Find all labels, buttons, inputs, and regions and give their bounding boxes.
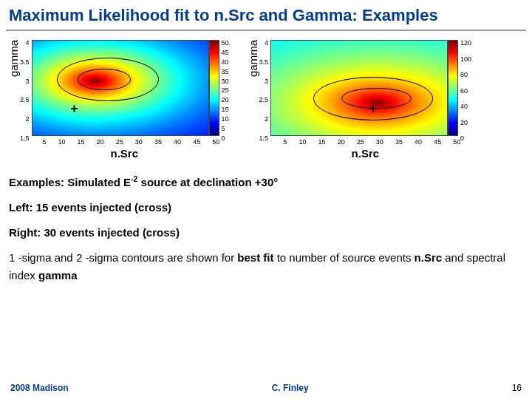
- left-xlabel: n.Src: [111, 147, 139, 160]
- left-xticks: 5101520253035404550: [42, 136, 219, 146]
- footer: 2008 Madison C. Finley 16: [0, 383, 532, 393]
- desc-contours: 1 -sigma and 2 -sigma contours are shown…: [9, 249, 523, 284]
- body-text: Examples: Simulated E-2 source at declin…: [0, 163, 532, 284]
- footer-venue: 2008 Madison: [10, 383, 69, 393]
- left-heatmap: +: [32, 40, 209, 136]
- footer-page: 16: [512, 383, 522, 393]
- right-colorbar: [448, 40, 458, 136]
- right-heatmap: +: [270, 40, 448, 136]
- left-ylabel: gamma: [6, 40, 20, 95]
- charts-container: gamma 43.532.521.5 + 5045403530252015105…: [0, 31, 532, 163]
- left-colorbar: [209, 40, 219, 136]
- page-title: Maximum Likelihood fit to n.Src and Gamm…: [0, 0, 532, 30]
- left-cticks: 50454035302520151050: [219, 40, 229, 136]
- desc-right: Right: 30 events injected (cross): [9, 224, 523, 242]
- right-xticks: 5101520253035404550: [283, 136, 460, 146]
- right-panel: gamma 43.532.521.5 + 120100806040200 510…: [245, 40, 472, 160]
- desc-left: Left: 15 events injected (cross): [9, 199, 523, 216]
- footer-author: C. Finley: [272, 383, 309, 393]
- left-yticks: 43.532.521.5: [20, 40, 32, 136]
- left-contour-1sigma: [78, 69, 130, 89]
- right-yticks: 43.532.521.5: [259, 40, 271, 136]
- right-xlabel: n.Src: [352, 147, 380, 160]
- right-ylabel: gamma: [245, 40, 259, 95]
- left-panel: gamma 43.532.521.5 + 5045403530252015105…: [6, 40, 229, 160]
- right-cticks: 120100806040200: [458, 40, 471, 136]
- desc-examples: Examples: Simulated E-2 source at declin…: [9, 173, 523, 191]
